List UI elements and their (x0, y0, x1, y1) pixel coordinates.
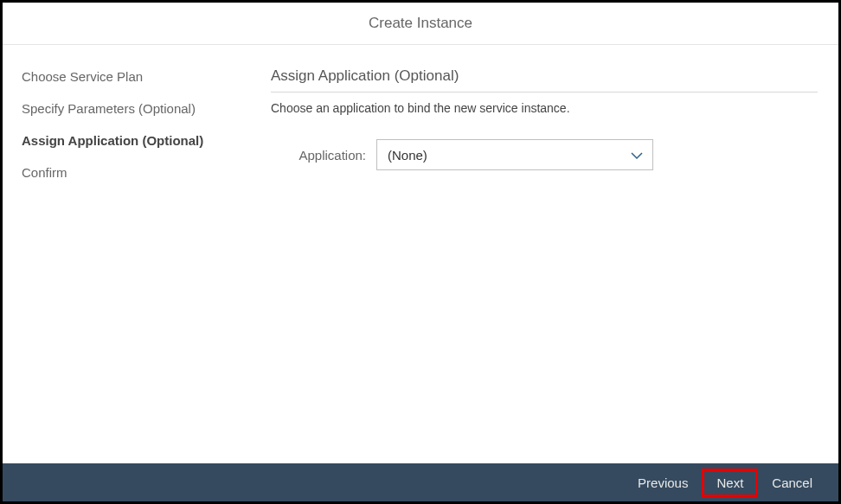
application-row: Application: (None) (271, 139, 818, 170)
dialog-footer: Previous Next Cancel (3, 463, 838, 501)
step-specify-parameters[interactable]: Specify Parameters (Optional) (22, 101, 262, 116)
application-label: Application: (288, 148, 366, 163)
wizard-steps-sidebar: Choose Service Plan Specify Parameters (… (3, 45, 262, 463)
step-label: Specify Parameters (Optional) (22, 101, 196, 116)
step-assign-application[interactable]: Assign Application (Optional) (22, 133, 262, 148)
next-button[interactable]: Next (702, 469, 758, 497)
section-description: Choose an application to bind the new se… (271, 101, 818, 115)
step-label: Confirm (22, 165, 67, 180)
dialog-header: Create Instance (3, 3, 838, 45)
create-instance-dialog: Create Instance Choose Service Plan Spec… (3, 3, 838, 501)
dialog-body: Choose Service Plan Specify Parameters (… (3, 45, 838, 463)
section-title: Assign Application (Optional) (271, 67, 818, 93)
step-confirm[interactable]: Confirm (22, 165, 262, 180)
previous-button[interactable]: Previous (624, 469, 702, 497)
step-choose-service-plan[interactable]: Choose Service Plan (22, 69, 262, 84)
step-content: Assign Application (Optional) Choose an … (262, 45, 838, 463)
application-selected-text: (None) (388, 148, 427, 163)
step-label: Choose Service Plan (22, 69, 143, 84)
application-select[interactable]: (None) (376, 139, 653, 170)
cancel-button[interactable]: Cancel (758, 469, 826, 497)
application-select-value: (None) (376, 139, 653, 170)
step-label: Assign Application (Optional) (22, 133, 203, 148)
dialog-title: Create Instance (369, 15, 472, 31)
